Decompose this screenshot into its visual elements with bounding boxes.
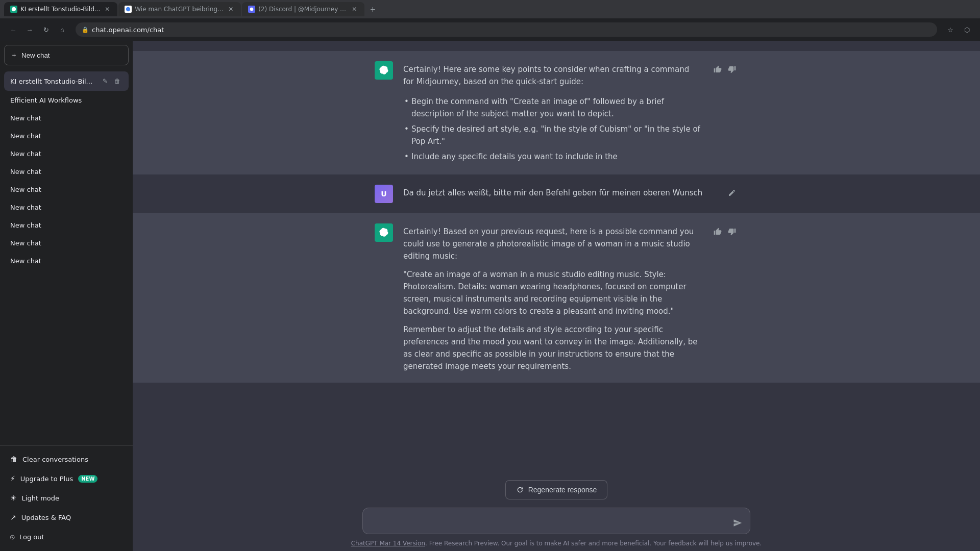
sidebar-item-6[interactable]: New chat (4, 181, 129, 198)
msg3-para2: "Create an image of a woman in a music s… (403, 268, 701, 317)
msg1-li3: Include any specific details you want to… (403, 149, 701, 164)
message-inner-3: Certainly! Based on your previous reques… (362, 223, 750, 372)
thumbs-down-button-3[interactable] (726, 226, 738, 238)
send-icon (733, 518, 742, 528)
app-wrapper: ＋ New chat KI erstellt Tonstudio-Bil... … (0, 0, 980, 551)
sidebar-item-8[interactable]: New chat (4, 217, 129, 234)
msg3-para3: Remember to adjust the details and style… (403, 323, 701, 372)
address-bar[interactable]: 🔒 chat.openai.com/chat (76, 22, 937, 37)
regen-label: Regenerate response (528, 486, 597, 494)
new-badge: NEW (78, 475, 97, 483)
tab-3[interactable]: (2) Discord | @Midjourney Bot ✕ (242, 2, 364, 16)
new-chat-label: New chat (21, 52, 50, 59)
home-button[interactable]: ⌂ (55, 22, 69, 37)
message-actions-2 (726, 185, 738, 203)
input-area: Regenerate response ChatGPT Mar 14 Versi… (133, 472, 980, 552)
regen-wrapper: Regenerate response (145, 480, 968, 499)
version-link[interactable]: ChatGPT Mar 14 Version (351, 540, 425, 547)
back-button[interactable]: ← (6, 22, 20, 37)
regenerate-button[interactable]: Regenerate response (505, 480, 608, 499)
assistant-avatar-1 (375, 61, 393, 80)
new-chat-button[interactable]: ＋ New chat (4, 45, 129, 65)
message-actions-3 (712, 223, 738, 372)
upgrade-to-plus-item[interactable]: ⚡ Upgrade to Plus NEW (4, 469, 129, 488)
logout-label: Log out (19, 533, 44, 541)
msg2-text: Da du jetzt alles weißt, bitte mir den B… (403, 187, 716, 199)
message-actions-1 (712, 61, 738, 164)
sidebar-item-text-2: New chat (10, 114, 122, 122)
tab-label-2: Wie man ChatGPT beibringt, be... (135, 6, 224, 13)
edit-icon[interactable]: ✎ (100, 76, 110, 86)
message-content-2: Da du jetzt alles weißt, bitte mir den B… (403, 185, 716, 203)
sidebar-item-5[interactable]: New chat (4, 163, 129, 180)
msg1-para1: Certainly! Here are some key points to c… (403, 63, 701, 88)
thumbs-down-button-1[interactable] (726, 63, 738, 76)
thumbs-up-button-3[interactable] (712, 226, 724, 238)
sidebar-item-text-3: New chat (10, 132, 122, 140)
sidebar-item-text-4: New chat (10, 150, 122, 158)
assistant-avatar-3 (375, 223, 393, 242)
delete-icon[interactable]: 🗑 (112, 76, 122, 86)
msg1-list: Begin the command with "Create an image … (403, 94, 701, 164)
thumbs-up-button-1[interactable] (712, 63, 724, 76)
bookmark-button[interactable]: ☆ (943, 22, 958, 37)
lock-icon: 🔒 (82, 27, 89, 33)
msg3-para1: Certainly! Based on your previous reques… (403, 226, 701, 262)
light-mode-label: Light mode (22, 494, 59, 502)
send-button[interactable] (731, 516, 744, 530)
user-avatar: U (375, 185, 393, 203)
sidebar-item-4[interactable]: New chat (4, 145, 129, 162)
sidebar-item-actions: ✎ 🗑 (100, 76, 122, 86)
sidebar-item-active[interactable]: KI erstellt Tonstudio-Bil... ✎ 🗑 (4, 71, 129, 91)
tab-close-2[interactable]: ✕ (227, 5, 235, 13)
clear-conversations-item[interactable]: 🗑 Clear conversations (4, 450, 129, 468)
tab-close-1[interactable]: ✕ (103, 5, 111, 13)
message-group-2: U Da du jetzt alles weißt, bitte mir den… (133, 174, 980, 213)
svg-point-1 (250, 8, 254, 11)
clear-conversations-label: Clear conversations (22, 456, 88, 463)
sidebar-item-9[interactable]: New chat (4, 235, 129, 252)
tab-label-1: KI erstellt Tonstudio-Bild... (20, 6, 100, 13)
light-mode-item[interactable]: ☀ Light mode (4, 489, 129, 507)
sidebar-item-3[interactable]: New chat (4, 128, 129, 144)
chat-area: Certainly! Here are some key points to c… (133, 41, 980, 472)
updates-faq-item[interactable]: ↗ Updates & FAQ (4, 508, 129, 527)
message-content-3: Certainly! Based on your previous reques… (403, 223, 701, 372)
new-tab-button[interactable]: + (365, 2, 380, 16)
sidebar-item-text-1: Efficient AI Workflows (10, 96, 122, 104)
message-inner-1: Certainly! Here are some key points to c… (362, 61, 750, 164)
footer-description: . Free Research Preview. Our goal is to … (425, 540, 762, 547)
tab-1[interactable]: KI erstellt Tonstudio-Bild... ✕ (4, 2, 117, 16)
sidebar-item-text-8: New chat (10, 221, 122, 229)
logout-icon: ⎋ (10, 533, 14, 541)
forward-button[interactable]: → (22, 22, 37, 37)
tab-2[interactable]: Wie man ChatGPT beibringt, be... ✕ (118, 2, 241, 16)
logout-item[interactable]: ⎋ Log out (4, 528, 129, 546)
tab-bar: KI erstellt Tonstudio-Bild... ✕ Wie man … (0, 0, 980, 18)
sun-icon: ☀ (10, 494, 17, 502)
sidebar-item-10[interactable]: New chat (4, 253, 129, 269)
input-container (362, 508, 750, 536)
footer-text: ChatGPT Mar 14 Version. Free Research Pr… (145, 540, 968, 547)
trash-icon: 🗑 (10, 455, 17, 463)
address-text: chat.openai.com/chat (92, 26, 931, 34)
sidebar-item-text-10: New chat (10, 257, 122, 265)
chat-input[interactable] (362, 508, 750, 535)
message-content-1: Certainly! Here are some key points to c… (403, 61, 701, 164)
regen-icon (516, 486, 524, 494)
sidebar-item-7[interactable]: New chat (4, 199, 129, 216)
sidebar-item-text-6: New chat (10, 186, 122, 193)
edit-message-button[interactable] (726, 187, 738, 199)
sidebar-item-2[interactable]: New chat (4, 110, 129, 127)
sidebar-item-text-9: New chat (10, 239, 122, 247)
message-inner-2: U Da du jetzt alles weißt, bitte mir den… (362, 185, 750, 203)
upgrade-label: Upgrade to Plus (20, 475, 73, 483)
reload-button[interactable]: ↻ (39, 22, 53, 37)
message-group-1: Certainly! Here are some key points to c… (133, 51, 980, 174)
tab-close-3[interactable]: ✕ (350, 5, 358, 13)
extensions-button[interactable]: ⬡ (960, 22, 974, 37)
sidebar-item-1[interactable]: Efficient AI Workflows (4, 92, 129, 109)
sidebar: ＋ New chat KI erstellt Tonstudio-Bil... … (0, 41, 133, 551)
msg1-li2: Specify the desired art style, e.g. "in … (403, 121, 701, 149)
sidebar-item-text-5: New chat (10, 168, 122, 176)
